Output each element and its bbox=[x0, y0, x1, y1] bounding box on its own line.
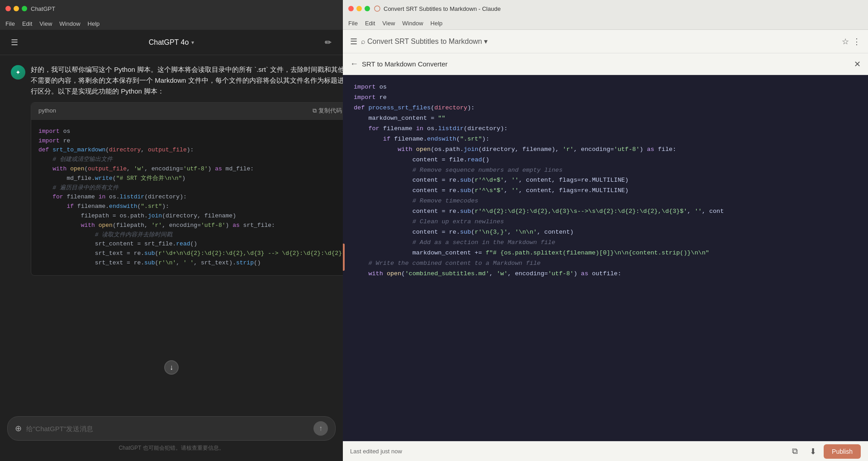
hamburger-icon: ☰ bbox=[11, 38, 18, 47]
claude-window-close-button[interactable] bbox=[348, 6, 354, 11]
window-close-button[interactable] bbox=[5, 6, 11, 11]
chatgpt-menubar: File Edit View Window Help bbox=[0, 17, 343, 30]
artifact-back-button[interactable]: ← bbox=[350, 59, 358, 69]
compose-icon: ✏ bbox=[325, 38, 332, 47]
menu-edit[interactable]: Edit bbox=[22, 20, 32, 27]
chatgpt-app-header: ☰ ChatGPT 4o ▾ ✏ bbox=[0, 30, 343, 55]
menu-file[interactable]: File bbox=[5, 20, 15, 27]
titlebar-left: ChatGPT bbox=[5, 5, 55, 12]
menu-help[interactable]: Help bbox=[88, 20, 100, 27]
chevron-down-icon: ▾ bbox=[484, 37, 488, 46]
claude-menu-view[interactable]: View bbox=[382, 20, 395, 27]
claude-menu-file[interactable]: File bbox=[348, 20, 358, 27]
star-icon: ☆ bbox=[842, 37, 849, 46]
message-body: 好的，我可以帮你编写这个 Python 脚本。这个脚本将会读取目录中的所有 `.… bbox=[31, 64, 343, 276]
claude-titlebar-left: Convert SRT Subtitles to Markdown - Clau… bbox=[348, 5, 501, 12]
code-block-header: python ⧉ 复制代码 bbox=[31, 103, 343, 120]
model-name: ChatGPT 4o bbox=[149, 38, 189, 47]
artifact-panel: ← SRT to Markdown Converter ✕ import os … bbox=[343, 53, 868, 461]
claude-menu-edit[interactable]: Edit bbox=[365, 20, 375, 27]
chevron-down-icon: ↓ bbox=[170, 363, 173, 372]
disclaimer-text: ChatGPT 也可能会犯错。请核查重要信息。 bbox=[7, 444, 336, 452]
claude-header-right: ☆ ⋮ bbox=[842, 37, 861, 47]
new-chat-button[interactable]: ✏ bbox=[321, 35, 336, 50]
star-button[interactable]: ☆ bbox=[842, 37, 849, 47]
back-arrow-icon: ← bbox=[350, 59, 358, 68]
openai-logo-icon: ✦ bbox=[15, 69, 21, 76]
claude-logo-icon bbox=[374, 5, 381, 12]
more-options-button[interactable]: ⋮ bbox=[853, 37, 861, 47]
input-container: ⊕ ↑ bbox=[7, 416, 336, 441]
download-icon: ⬇ bbox=[810, 447, 816, 456]
avatar: ✦ bbox=[11, 65, 25, 80]
hamburger-icon: ☰ bbox=[350, 37, 357, 46]
claude-window-maximize-button[interactable] bbox=[365, 6, 370, 11]
message-paragraph: 好的，我可以帮你编写这个 Python 脚本。这个脚本将会读取目录中的所有 `.… bbox=[31, 64, 343, 97]
search-icon: ⌕ bbox=[361, 38, 365, 46]
send-button[interactable]: ↑ bbox=[313, 421, 328, 436]
close-icon: ✕ bbox=[854, 60, 861, 69]
claude-menu-window[interactable]: Window bbox=[402, 20, 423, 27]
publish-button[interactable]: Publish bbox=[824, 444, 861, 459]
message-input[interactable] bbox=[26, 425, 309, 433]
chatgpt-titlebar-text: ChatGPT bbox=[31, 5, 55, 12]
claude-app-header: ☰ ⌕ Convert SRT Subtitles to Markdown ▾ … bbox=[343, 30, 868, 53]
copy-icon: ⧉ bbox=[313, 107, 317, 114]
claude-titlebar-text: Convert SRT Subtitles to Markdown - Clau… bbox=[384, 5, 501, 12]
search-conversation-button[interactable]: ⌕ Convert SRT Subtitles to Markdown ▾ bbox=[361, 37, 488, 46]
menu-view[interactable]: View bbox=[39, 20, 52, 27]
artifact-footer: Last edited just now ⧉ ⬇ Publish bbox=[343, 441, 868, 461]
artifact-title-text: SRT to Markdown Converter bbox=[362, 60, 448, 68]
artifact-header: ← SRT to Markdown Converter ✕ bbox=[343, 53, 868, 75]
send-icon: ↑ bbox=[319, 424, 323, 433]
ai-message: ✦ 好的，我可以帮你编写这个 Python 脚本。这个脚本将会读取目录中的所有 … bbox=[11, 64, 332, 276]
code-content: import os import re def srt_to_markdown(… bbox=[31, 120, 343, 275]
claude-window: Convert SRT Subtitles to Markdown - Clau… bbox=[343, 0, 868, 461]
header-title: Convert SRT Subtitles to Markdown bbox=[367, 38, 482, 46]
artifact-nav: ← SRT to Markdown Converter bbox=[350, 59, 448, 69]
attach-button[interactable]: ⊕ bbox=[15, 423, 22, 433]
claude-menubar: File Edit View Window Help bbox=[343, 17, 868, 30]
claude-header-left: ☰ ⌕ Convert SRT Subtitles to Markdown ▾ bbox=[350, 37, 488, 47]
paperclip-icon: ⊕ bbox=[15, 423, 22, 433]
claude-sidebar-toggle[interactable]: ☰ bbox=[350, 37, 357, 47]
scroll-down-button[interactable]: ↓ bbox=[164, 360, 179, 375]
copy-label: 复制代码 bbox=[318, 107, 342, 115]
copy-icon: ⧉ bbox=[792, 447, 798, 456]
copy-artifact-button[interactable]: ⧉ bbox=[787, 444, 802, 459]
window-minimize-button[interactable] bbox=[14, 6, 19, 11]
claude-titlebar: Convert SRT Subtitles to Markdown - Clau… bbox=[343, 0, 868, 17]
code-language-label: python bbox=[38, 106, 56, 116]
code-block: python ⧉ 复制代码 import os import re def sr… bbox=[31, 102, 343, 276]
chat-input-area: ⊕ ↑ ChatGPT 也可能会犯错。请核查重要信息。 bbox=[0, 411, 343, 461]
active-panel-indicator bbox=[343, 244, 345, 271]
sidebar-toggle-button[interactable]: ☰ bbox=[7, 35, 22, 50]
chatgpt-titlebar: ChatGPT bbox=[0, 0, 343, 17]
copy-code-button[interactable]: ⧉ 复制代码 bbox=[313, 107, 342, 115]
dropdown-chevron-icon: ▾ bbox=[191, 39, 194, 46]
artifact-close-button[interactable]: ✕ bbox=[854, 59, 861, 69]
chatgpt-window: ChatGPT File Edit View Window Help ☰ Cha… bbox=[0, 0, 343, 461]
download-artifact-button[interactable]: ⬇ bbox=[806, 444, 820, 459]
chat-messages: ✦ 好的，我可以帮你编写这个 Python 脚本。这个脚本将会读取目录中的所有 … bbox=[0, 55, 343, 411]
footer-actions: ⧉ ⬇ Publish bbox=[787, 444, 861, 459]
menu-window[interactable]: Window bbox=[59, 20, 80, 27]
claude-window-minimize-button[interactable] bbox=[356, 6, 362, 11]
artifact-code-view[interactable]: import os import re def process_srt_file… bbox=[343, 75, 868, 441]
model-selector[interactable]: ChatGPT 4o ▾ bbox=[149, 38, 194, 47]
last-edited-status: Last edited just now bbox=[350, 448, 402, 455]
claude-menu-help[interactable]: Help bbox=[431, 20, 443, 27]
window-maximize-button[interactable] bbox=[22, 6, 27, 11]
ellipsis-icon: ⋮ bbox=[853, 37, 861, 46]
